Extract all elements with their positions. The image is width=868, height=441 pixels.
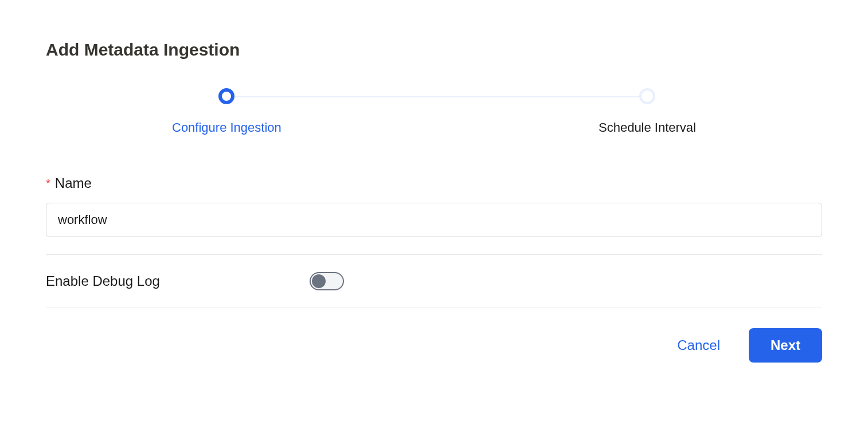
cancel-button[interactable]: Cancel [677,337,720,353]
name-field-section: * Name [46,175,822,255]
step-label: Configure Ingestion [172,120,281,135]
debug-log-toggle[interactable] [310,272,344,290]
next-button[interactable]: Next [749,328,822,363]
step-label: Schedule Interval [599,120,696,135]
step-schedule-interval[interactable]: Schedule Interval [599,88,696,135]
action-buttons-row: Cancel Next [46,328,822,363]
required-asterisk-icon: * [46,177,50,190]
debug-log-row: Enable Debug Log [46,272,344,290]
debug-log-section: Enable Debug Log [46,272,822,308]
wizard-stepper: Configure Ingestion Schedule Interval [172,88,696,135]
step-circle-icon [639,88,655,104]
name-input[interactable] [46,203,822,237]
ingestion-form-container: Add Metadata Ingestion Configure Ingesti… [46,40,822,363]
name-label: Name [55,175,92,191]
step-configure-ingestion[interactable]: Configure Ingestion [172,88,281,135]
toggle-knob-icon [312,274,326,288]
debug-log-label: Enable Debug Log [46,273,160,289]
name-label-row: * Name [46,175,822,191]
page-title: Add Metadata Ingestion [46,40,822,60]
stepper-connector-line [224,96,644,97]
step-circle-icon [218,88,234,104]
